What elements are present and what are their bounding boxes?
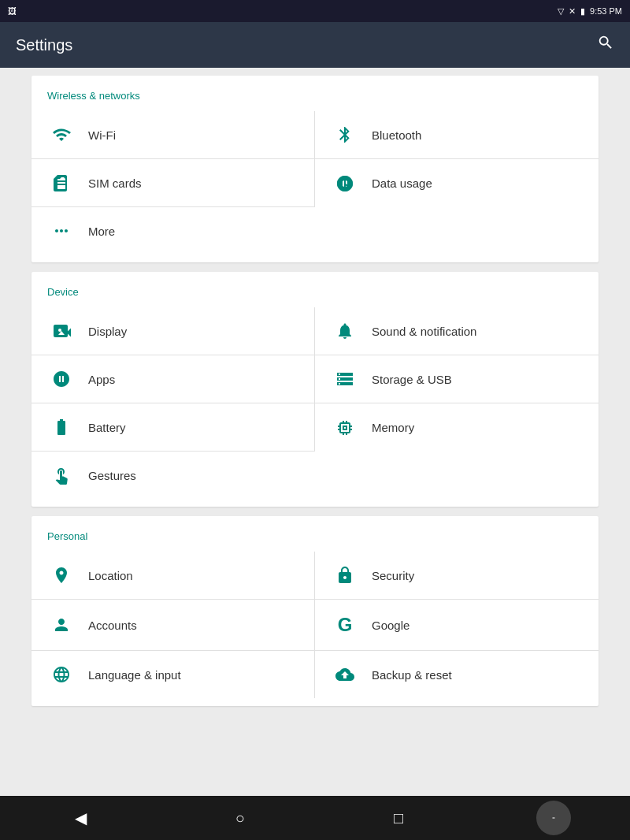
back-button[interactable]: ◀: [59, 802, 102, 834]
backup-label: Backup & reset: [372, 668, 452, 682]
location-item[interactable]: Location: [32, 552, 315, 600]
status-bar-left: 🖼: [8, 6, 17, 16]
data-usage-icon: [331, 174, 359, 193]
wireless-section-header: Wireless & networks: [32, 84, 598, 111]
device-card: Device Display Sound & notification Apps: [32, 272, 598, 507]
accounts-label: Accounts: [88, 619, 137, 632]
sound-item[interactable]: Sound & notification: [315, 307, 598, 355]
wireless-grid: Wi-Fi Bluetooth SIM cards Data usage: [32, 111, 598, 255]
gestures-icon: [47, 466, 76, 485]
data-usage-item[interactable]: Data usage: [315, 159, 598, 207]
more-icon: [47, 221, 76, 240]
apps-label: Apps: [88, 373, 115, 386]
security-item[interactable]: Security: [315, 552, 598, 600]
main-content: Wireless & networks Wi-Fi Bluetooth SIM …: [0, 68, 630, 796]
google-icon: G: [331, 614, 359, 636]
backup-item[interactable]: Backup & reset: [315, 651, 598, 698]
language-icon: [47, 665, 76, 684]
apps-icon: [47, 370, 76, 388]
page-title: Settings: [16, 36, 72, 54]
nav-bar: ◀ ○ □: [0, 796, 630, 840]
display-icon: [47, 322, 76, 340]
home-button[interactable]: ○: [220, 803, 261, 834]
accounts-item[interactable]: Accounts: [32, 600, 315, 651]
sim-label: SIM cards: [88, 177, 142, 190]
google-item[interactable]: G Google: [315, 600, 598, 651]
gestures-label: Gestures: [88, 469, 136, 482]
status-bar: 🖼 ▽ ✕ ▮ 9:53 PM: [0, 0, 630, 22]
battery-label: Battery: [88, 421, 126, 434]
status-bar-right: ▽ ✕ ▮ 9:53 PM: [558, 6, 622, 17]
svg-point-1: [58, 329, 61, 332]
menu-button[interactable]: [536, 801, 571, 835]
location-icon: [47, 566, 76, 585]
notification-icon: 🖼: [8, 6, 17, 16]
wifi-label: Wi-Fi: [88, 128, 116, 142]
wireless-card: Wireless & networks Wi-Fi Bluetooth SIM …: [32, 76, 598, 262]
bluetooth-icon: [331, 125, 359, 144]
data-usage-label: Data usage: [372, 177, 432, 190]
battery-item[interactable]: Battery: [32, 403, 315, 452]
security-icon: [331, 566, 359, 585]
device-section-header: Device: [32, 280, 598, 307]
recents-button[interactable]: □: [378, 803, 419, 834]
wifi-icon: [47, 125, 76, 144]
more-label: More: [88, 225, 115, 238]
display-label: Display: [88, 325, 127, 338]
top-bar: Settings: [0, 22, 630, 68]
memory-icon: [331, 418, 359, 437]
bluetooth-item[interactable]: Bluetooth: [315, 111, 598, 159]
wifi-item[interactable]: Wi-Fi: [32, 111, 315, 159]
battery-settings-icon: [47, 418, 76, 437]
personal-grid: Location Security Accounts G Google: [32, 552, 598, 698]
memory-item[interactable]: Memory: [315, 403, 598, 452]
more-item[interactable]: More: [32, 207, 598, 255]
bluetooth-label: Bluetooth: [372, 128, 421, 142]
sim-icon: [47, 173, 76, 192]
time-display: 9:53 PM: [590, 6, 622, 16]
sim-item[interactable]: SIM cards: [32, 159, 315, 207]
sound-label: Sound & notification: [372, 325, 476, 338]
memory-label: Memory: [372, 421, 414, 434]
personal-section-header: Personal: [32, 524, 598, 552]
google-label: Google: [372, 619, 410, 632]
display-item[interactable]: Display: [32, 307, 315, 355]
sound-icon: [331, 322, 359, 340]
language-label: Language & input: [88, 668, 181, 682]
storage-item[interactable]: Storage & USB: [315, 355, 598, 403]
location-label: Location: [88, 569, 133, 582]
search-button[interactable]: [597, 34, 614, 56]
security-label: Security: [372, 569, 414, 582]
accounts-icon: [47, 615, 76, 634]
apps-item[interactable]: Apps: [32, 355, 315, 403]
storage-icon: [331, 370, 359, 388]
language-item[interactable]: Language & input: [32, 651, 315, 698]
battery-icon: ▮: [580, 6, 585, 17]
wifi-status-icon: ✕: [569, 6, 576, 17]
gestures-item[interactable]: Gestures: [32, 452, 598, 499]
backup-icon: [331, 665, 359, 684]
personal-card: Personal Location Security Accounts: [32, 516, 598, 706]
device-grid: Display Sound & notification Apps Storag…: [32, 307, 598, 499]
signal-icon: ▽: [558, 6, 564, 17]
storage-label: Storage & USB: [372, 373, 452, 386]
